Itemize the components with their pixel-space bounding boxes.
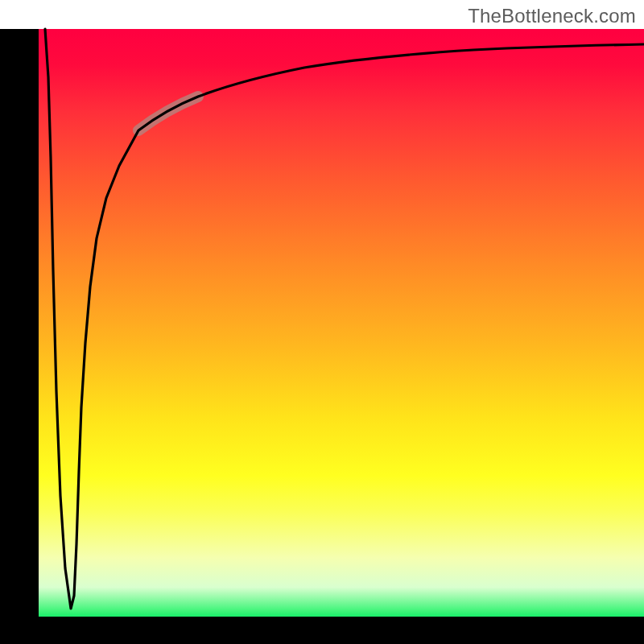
- bottleneck-curve: [45, 29, 644, 609]
- watermark-label: TheBottleneck.com: [468, 5, 636, 27]
- y-axis-bar: [0, 29, 39, 617]
- chart-canvas: TheBottleneck.com: [0, 0, 644, 644]
- x-axis-bar: [0, 617, 644, 644]
- curve-layer: [39, 29, 644, 617]
- plot-area: [39, 29, 644, 617]
